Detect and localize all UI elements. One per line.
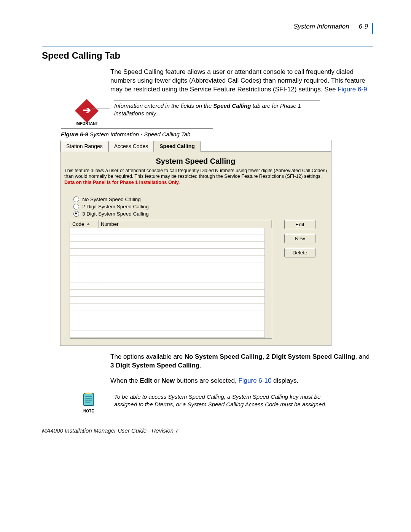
- scrollbar[interactable]: [264, 228, 272, 338]
- figure-link-6-10[interactable]: Figure 6-10: [238, 377, 271, 384]
- speed-calling-panel: Station Ranges Access Codes Speed Callin…: [60, 140, 331, 346]
- note-label: NOTE: [75, 409, 102, 413]
- intro-after: .: [367, 86, 369, 93]
- radio-3-digit[interactable]: 3 Digit System Speed Calling: [73, 211, 327, 217]
- radio-2-digit[interactable]: 2 Digit System Speed Calling: [73, 204, 327, 209]
- column-code[interactable]: Code: [70, 220, 99, 228]
- edit-new-paragraph: When the Edit or New buttons are selecte…: [110, 377, 373, 385]
- page-header: System Information 6-9: [42, 23, 373, 34]
- grid-header: Code Number: [70, 220, 272, 228]
- radio-label: 3 Digit System Speed Calling: [82, 211, 149, 217]
- tab-speed-calling[interactable]: Speed Calling: [154, 141, 201, 152]
- header-section: System Information: [293, 23, 349, 30]
- note-text: To be able to access System Speed Callin…: [114, 391, 327, 409]
- figure-link-6-9[interactable]: Figure 6-9: [338, 86, 367, 93]
- edit-button[interactable]: Edit: [284, 220, 315, 229]
- panel-title: System Speed Calling: [64, 157, 327, 166]
- note-icon: NOTE: [75, 391, 102, 413]
- note-block: NOTE To be able to access System Speed C…: [42, 391, 373, 413]
- radio-no-speed-calling[interactable]: No System Speed Calling: [73, 197, 327, 202]
- speed-calling-grid[interactable]: Code Number: [70, 220, 272, 339]
- radio-group: No System Speed Calling 2 Digit System S…: [73, 197, 327, 217]
- tab-station-ranges[interactable]: Station Ranges: [61, 141, 108, 152]
- important-block: ➔ IMPORTANT Information entered in the f…: [42, 100, 373, 123]
- options-paragraph: The options available are No System Spee…: [110, 353, 373, 370]
- column-number[interactable]: Number: [99, 220, 272, 228]
- radio-icon: [73, 197, 79, 202]
- page-title: Speed Calling Tab: [42, 50, 373, 61]
- delete-button[interactable]: Delete: [284, 248, 315, 257]
- new-button[interactable]: New: [284, 234, 315, 243]
- divider: [42, 46, 373, 46]
- svg-rect-0: [84, 393, 94, 406]
- figure-caption: Figure 6-9 System Information - Speed Ca…: [61, 128, 213, 137]
- page-footer: MA4000 Installation Manager User Guide -…: [42, 427, 373, 434]
- tab-access-codes[interactable]: Access Codes: [108, 141, 154, 152]
- radio-label: 2 Digit System Speed Calling: [82, 204, 149, 209]
- important-icon: ➔ IMPORTANT: [72, 100, 102, 126]
- radio-icon: [73, 204, 79, 209]
- panel-warning: Data on this Panel is for Phase 1 Instal…: [64, 180, 327, 185]
- radio-label: No System Speed Calling: [82, 197, 141, 202]
- important-text: Information entered in the fields on the…: [114, 100, 320, 118]
- panel-description: This feature allows a user or attendant …: [64, 168, 327, 180]
- header-page-number: 6-9: [358, 23, 368, 30]
- sort-asc-icon: [87, 223, 90, 225]
- intro-text: The Speed Calling feature allows a user …: [110, 68, 365, 93]
- grid-rows: [70, 228, 272, 338]
- intro-paragraph: The Speed Calling feature allows a user …: [110, 68, 373, 94]
- radio-icon: [73, 211, 79, 217]
- tab-bar: Station Ranges Access Codes Speed Callin…: [61, 140, 331, 152]
